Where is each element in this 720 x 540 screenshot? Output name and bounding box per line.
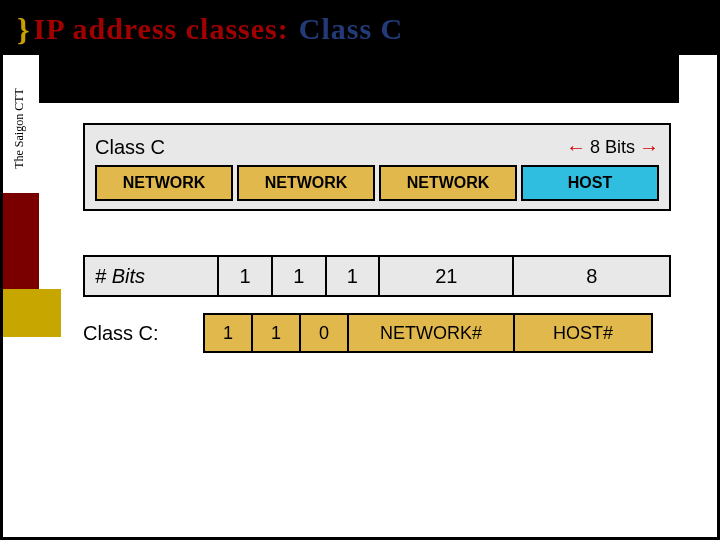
slide: } IP address classes: Class C The Saigon…	[0, 0, 720, 540]
field-bit-2: 1	[251, 313, 299, 353]
classc-fields-row: Class C: 1 1 0 NETWORK# HOST#	[83, 313, 671, 353]
bits-table: # Bits 1 1 1 21 8	[83, 255, 671, 297]
classc-box: Class C ← 8 Bits → NETWORK NETWORK NETWO…	[83, 123, 671, 211]
field-bit-3: 0	[299, 313, 347, 353]
field-host: HOST#	[513, 313, 653, 353]
sidebar-org: The Saigon CTT	[9, 63, 29, 193]
classc-fields: 1 1 0 NETWORK# HOST#	[203, 313, 671, 353]
octet-1: NETWORK	[95, 165, 233, 201]
bits-cell-2: 1	[272, 256, 326, 296]
header-underline	[39, 55, 679, 103]
bits-cell-1: 1	[218, 256, 272, 296]
octet-2: NETWORK	[237, 165, 375, 201]
title-part-1: IP address classes:	[34, 12, 289, 46]
table-row: # Bits 1 1 1 21 8	[84, 256, 670, 296]
sidebar-org-label: The Saigon CTT	[12, 88, 27, 169]
bits-cell-5: 8	[513, 256, 670, 296]
field-network: NETWORK#	[347, 313, 513, 353]
bits-span-indicator: ← 8 Bits →	[566, 137, 659, 158]
brace-icon: }	[17, 11, 30, 48]
octet-row: NETWORK NETWORK NETWORK HOST	[95, 165, 659, 201]
accent-red-block	[3, 193, 39, 289]
slide-title-bar: } IP address classes: Class C	[3, 3, 717, 55]
octet-3: NETWORK	[379, 165, 517, 201]
bits-cell-4: 21	[379, 256, 513, 296]
classc-box-title: Class C	[95, 136, 165, 159]
accent-gold-block	[3, 289, 61, 337]
classc-box-header: Class C ← 8 Bits →	[95, 131, 659, 163]
bits-cell-3: 1	[326, 256, 380, 296]
arrow-right-icon: →	[639, 137, 659, 157]
classc-diagram: Class C ← 8 Bits → NETWORK NETWORK NETWO…	[83, 123, 671, 353]
arrow-left-icon: ←	[566, 137, 586, 157]
bits-span-text: 8 Bits	[590, 137, 635, 158]
bits-header-cell: # Bits	[84, 256, 218, 296]
octet-4: HOST	[521, 165, 659, 201]
title-part-2: Class C	[299, 12, 404, 46]
classc-row-label: Class C:	[83, 322, 195, 345]
field-bit-1: 1	[203, 313, 251, 353]
